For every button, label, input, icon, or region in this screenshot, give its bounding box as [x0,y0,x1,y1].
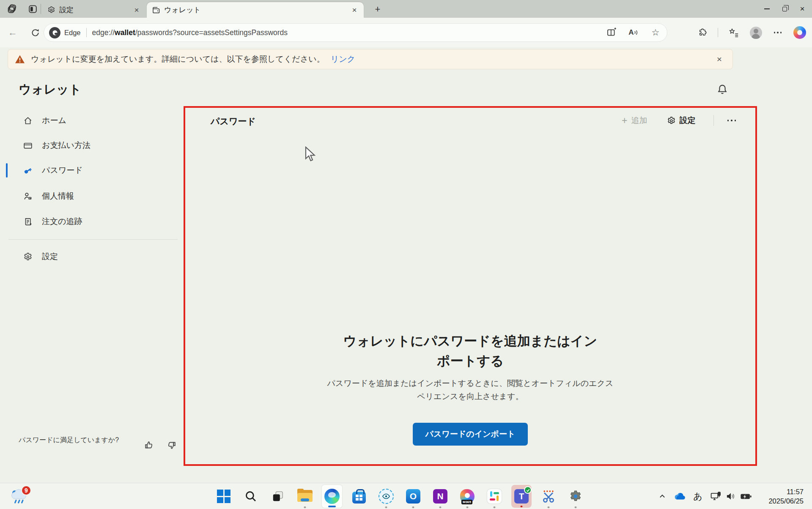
page-title: ウォレット [19,81,81,98]
refresh-button[interactable] [29,26,41,39]
back-button[interactable]: ← [6,26,19,39]
onenote-icon: N [433,489,447,504]
toolbar-right-group [696,26,812,39]
taskbar-accessibility-button[interactable] [376,483,396,509]
titlebar-divider [41,4,41,14]
mouse-cursor [304,146,319,163]
address-bar[interactable]: Edge edge://wallet/passwords?source=asse… [44,23,667,42]
browser-toolbar: ← Edge edge://wallet/passwords?source=as… [0,18,812,47]
sidebar-item-label: 設定 [42,251,58,262]
sidebar-item-label: お支払い方法 [42,140,91,151]
taskbar-m365-copilot-button[interactable]: M365 [457,483,477,509]
add-label: 追加 [631,115,647,126]
sidebar-item-payment-methods[interactable]: お支払い方法 [13,136,173,155]
sidebar-item-order-tracking[interactable]: 注文の追跡 [13,212,173,231]
tray-clock[interactable]: 11:57 2025/06/25 [757,487,804,506]
read-aloud-icon[interactable]: A [628,27,639,38]
tray-date: 2025/06/25 [757,496,804,506]
sidebar-item-label: ホーム [42,115,66,126]
taskbar-search-button[interactable] [241,483,261,509]
teams-icon: T [514,489,529,504]
panel-actions: + 追加 設定 [622,114,738,127]
receipt-icon [23,217,33,226]
warning-icon [15,55,25,64]
extensions-icon[interactable] [696,26,708,39]
split-screen-icon[interactable] [606,27,617,38]
microsoft-store-icon [352,492,366,504]
taskbar-store-button[interactable] [349,483,369,509]
desktop-screen: 設定 × ウォレット × + × ← [0,0,812,509]
sidebar-item-personal-info[interactable]: 個人情報 [13,186,173,206]
password-settings-button[interactable]: 設定 [667,115,696,126]
favorite-star-icon[interactable]: ☆ [650,27,661,38]
tab-close-icon[interactable]: × [349,5,359,15]
taskbar-teams-button[interactable]: T [511,485,532,508]
taskbar-onenote-button[interactable]: N [430,483,450,509]
banner-close-icon[interactable]: × [713,53,726,66]
url-text[interactable]: edge://wallet/passwords?source=assetsSet… [92,28,288,37]
settings-label: 設定 [680,115,696,126]
edge-icon [324,489,340,504]
new-tab-button[interactable]: + [371,3,384,15]
taskbar-task-view-button[interactable] [268,483,288,509]
taskbar-snipping-tool-button[interactable] [538,483,559,509]
restore-button[interactable] [775,0,794,18]
banner-link[interactable]: リンク [331,54,355,65]
tray-time: 11:57 [757,487,804,496]
outlook-icon: O [406,489,420,504]
taskbar-start-button[interactable] [214,483,234,509]
empty-state-description: パスワードを追加またはインポートするときに、閲覧とオートフィルのエクスペリエンス… [326,377,614,403]
passwords-panel: パスワード + 追加 設定 ウォレットにパスワードを追加またはインポートする パ… [184,106,757,466]
favorites-list-icon[interactable] [727,26,740,39]
tab-settings[interactable]: 設定 × [42,2,146,18]
m365-badge: M365 [461,500,472,504]
minimize-button[interactable] [757,0,776,18]
volume-icon[interactable] [724,490,738,503]
search-icon [244,490,257,503]
system-tray: あ 11:57 [656,483,812,509]
tab-preview-icon[interactable] [26,3,39,15]
add-password-button[interactable]: + 追加 [622,115,647,126]
sidebar-item-settings[interactable]: 設定 [13,247,173,266]
network-icon[interactable] [709,490,722,503]
weather-widget[interactable]: 9 [10,487,30,506]
panel-title: パスワード [211,115,256,127]
workspaces-icon[interactable] [5,3,18,15]
thumbs-up-icon[interactable] [144,440,155,451]
m365-copilot-icon: M365 [460,489,475,504]
edge-site-icon [49,27,60,38]
sidebar-item-passwords[interactable]: パスワード [13,161,173,180]
battery-icon[interactable] [739,490,753,503]
key-icon [23,166,33,175]
taskbar-edge-button[interactable] [322,485,342,508]
settings-more-icon[interactable] [771,26,784,39]
feedback-question: パスワードに満足していますか? [19,435,119,445]
sidebar-item-home[interactable]: ホーム [13,111,173,130]
tab-wallet[interactable]: ウォレット × [147,2,364,18]
copilot-logo [793,26,806,39]
thumbs-down-icon[interactable] [166,440,177,451]
plus-icon: + [622,115,627,126]
import-passwords-button[interactable]: パスワードのインポート [413,423,528,446]
tab-close-icon[interactable]: × [132,5,142,15]
taskbar-settings-button[interactable] [565,483,586,509]
settings-gear-icon [569,490,582,503]
taskbar-file-explorer-button[interactable] [295,483,315,509]
close-window-button[interactable]: × [793,0,812,18]
snipping-tool-icon [542,490,555,503]
onedrive-icon[interactable] [673,490,687,503]
ime-indicator[interactable]: あ [691,490,705,503]
sidebar-item-label: 注文の追跡 [42,216,82,227]
windows-logo-icon [217,490,230,503]
url-path: /passwords?source=assetsSettingsPassword… [135,28,288,37]
actions-divider [713,115,714,126]
more-options-icon[interactable] [725,117,739,124]
profile-avatar[interactable] [749,26,762,39]
sidebar-item-label: 個人情報 [42,191,74,202]
home-icon [23,116,33,125]
notifications-bell-icon[interactable] [716,84,728,96]
taskbar-slack-button[interactable] [484,483,505,509]
tray-chevron-up-icon[interactable] [656,490,669,503]
taskbar-outlook-button[interactable]: O [403,483,423,509]
copilot-icon[interactable] [793,26,806,39]
